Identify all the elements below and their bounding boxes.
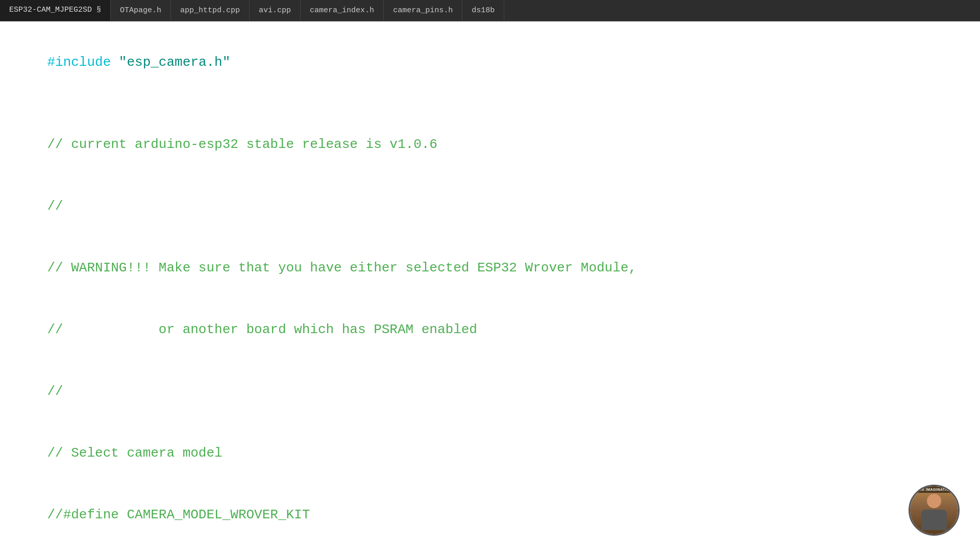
tab-camera-index-label: camera_index.h [310, 6, 374, 15]
keyword-include: #include [47, 55, 118, 70]
tab-main[interactable]: ESP32-CAM_MJPEG2SD § [0, 0, 111, 21]
comment-line9: //#define CAMERA_MODEL_WROVER_KIT [47, 507, 310, 522]
tab-avi[interactable]: avi.cpp [250, 0, 301, 21]
tab-httpd-label: app_httpd.cpp [180, 6, 240, 15]
avatar-face [910, 486, 958, 534]
code-editor[interactable]: #include "esp_camera.h" // current ardui… [0, 21, 980, 551]
comment-line5: // WARNING!!! Make sure that you have ei… [47, 260, 636, 276]
tab-avi-label: avi.cpp [259, 6, 291, 15]
comment-line7: // [47, 384, 63, 399]
tab-ds18b-label: ds18b [472, 6, 495, 15]
comment-line6: // or another board which has PSRAM enab… [47, 322, 477, 337]
person-silhouette [919, 494, 949, 532]
code-line-2 [15, 93, 965, 114]
code-line-5: // WARNING!!! Make sure that you have ei… [15, 237, 965, 299]
code-line-3: // current arduino-esp32 stable release … [15, 114, 965, 176]
tab-camera-pins-label: camera_pins.h [393, 6, 453, 15]
tab-bar: ESP32-CAM_MJPEG2SD § OTApage.h app_httpd… [0, 0, 980, 21]
string-esp-camera: "esp_camera.h" [119, 55, 230, 70]
code-line-10: //#define CAMERA_MODEL_ESP_EYE [15, 545, 965, 551]
comment-line4: // [47, 198, 63, 214]
tab-camera-pins[interactable]: camera_pins.h [384, 0, 462, 21]
tab-ota[interactable]: OTApage.h [111, 0, 171, 21]
tab-ota-label: OTApage.h [120, 6, 161, 15]
code-line-1: #include "esp_camera.h" [15, 32, 965, 93]
code-line-9: //#define CAMERA_MODEL_WROVER_KIT [15, 484, 965, 546]
code-line-6: // or another board which has PSRAM enab… [15, 299, 965, 361]
comment-line8: // Select camera model [47, 445, 222, 461]
code-line-8: // Select camera model [15, 422, 965, 484]
code-line-7: // [15, 361, 965, 422]
avatar: MAX IMAGINATION [909, 485, 960, 536]
code-line-4: // [15, 176, 965, 237]
tab-main-label: ESP32-CAM_MJPEG2SD § [9, 6, 101, 14]
tab-camera-index[interactable]: camera_index.h [301, 0, 384, 21]
tab-httpd[interactable]: app_httpd.cpp [171, 0, 250, 21]
tab-ds18b[interactable]: ds18b [462, 0, 504, 21]
comment-line3: // current arduino-esp32 stable release … [47, 137, 437, 152]
avatar-label: MAX IMAGINATION [910, 486, 958, 493]
person-head [927, 494, 941, 508]
person-body [921, 510, 947, 530]
